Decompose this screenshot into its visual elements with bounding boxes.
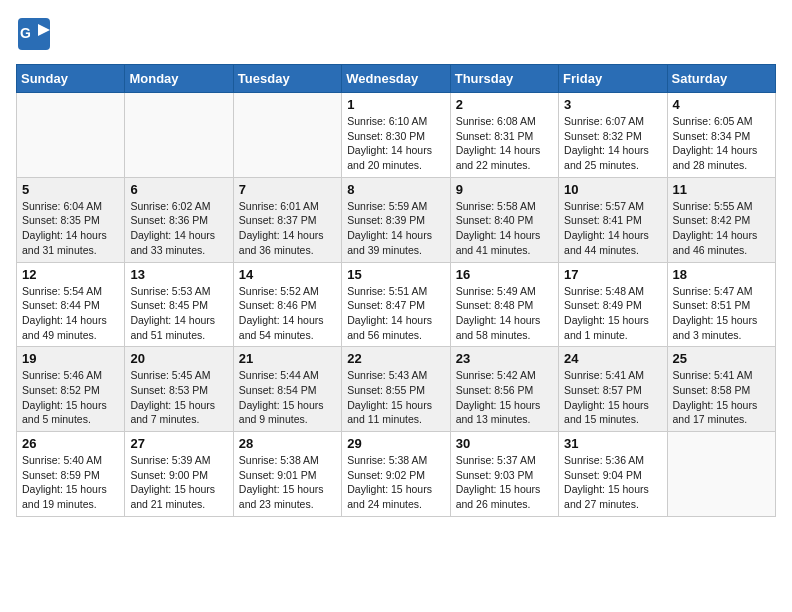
day-info: Sunrise: 5:40 AM Sunset: 8:59 PM Dayligh… [22, 453, 119, 512]
calendar-cell: 18Sunrise: 5:47 AM Sunset: 8:51 PM Dayli… [667, 262, 775, 347]
day-number: 2 [456, 97, 553, 112]
day-number: 24 [564, 351, 661, 366]
day-info: Sunrise: 5:51 AM Sunset: 8:47 PM Dayligh… [347, 284, 444, 343]
day-info: Sunrise: 6:08 AM Sunset: 8:31 PM Dayligh… [456, 114, 553, 173]
page-header: G [16, 16, 776, 52]
day-info: Sunrise: 5:36 AM Sunset: 9:04 PM Dayligh… [564, 453, 661, 512]
calendar-cell: 20Sunrise: 5:45 AM Sunset: 8:53 PM Dayli… [125, 347, 233, 432]
day-number: 4 [673, 97, 770, 112]
day-number: 6 [130, 182, 227, 197]
day-number: 20 [130, 351, 227, 366]
calendar-cell: 24Sunrise: 5:41 AM Sunset: 8:57 PM Dayli… [559, 347, 667, 432]
calendar-cell: 4Sunrise: 6:05 AM Sunset: 8:34 PM Daylig… [667, 93, 775, 178]
day-number: 29 [347, 436, 444, 451]
day-info: Sunrise: 5:37 AM Sunset: 9:03 PM Dayligh… [456, 453, 553, 512]
calendar-cell: 29Sunrise: 5:38 AM Sunset: 9:02 PM Dayli… [342, 432, 450, 517]
calendar-cell: 27Sunrise: 5:39 AM Sunset: 9:00 PM Dayli… [125, 432, 233, 517]
calendar-cell: 22Sunrise: 5:43 AM Sunset: 8:55 PM Dayli… [342, 347, 450, 432]
calendar-cell: 17Sunrise: 5:48 AM Sunset: 8:49 PM Dayli… [559, 262, 667, 347]
day-number: 19 [22, 351, 119, 366]
day-info: Sunrise: 5:55 AM Sunset: 8:42 PM Dayligh… [673, 199, 770, 258]
day-info: Sunrise: 5:46 AM Sunset: 8:52 PM Dayligh… [22, 368, 119, 427]
day-info: Sunrise: 6:01 AM Sunset: 8:37 PM Dayligh… [239, 199, 336, 258]
day-info: Sunrise: 5:41 AM Sunset: 8:57 PM Dayligh… [564, 368, 661, 427]
calendar-cell: 9Sunrise: 5:58 AM Sunset: 8:40 PM Daylig… [450, 177, 558, 262]
calendar-cell: 26Sunrise: 5:40 AM Sunset: 8:59 PM Dayli… [17, 432, 125, 517]
calendar-cell: 23Sunrise: 5:42 AM Sunset: 8:56 PM Dayli… [450, 347, 558, 432]
calendar-cell: 1Sunrise: 6:10 AM Sunset: 8:30 PM Daylig… [342, 93, 450, 178]
calendar-cell: 16Sunrise: 5:49 AM Sunset: 8:48 PM Dayli… [450, 262, 558, 347]
calendar-cell: 12Sunrise: 5:54 AM Sunset: 8:44 PM Dayli… [17, 262, 125, 347]
day-info: Sunrise: 5:57 AM Sunset: 8:41 PM Dayligh… [564, 199, 661, 258]
day-number: 26 [22, 436, 119, 451]
day-info: Sunrise: 5:43 AM Sunset: 8:55 PM Dayligh… [347, 368, 444, 427]
calendar-cell [125, 93, 233, 178]
day-number: 3 [564, 97, 661, 112]
day-number: 21 [239, 351, 336, 366]
logo-icon: G [16, 16, 52, 52]
day-info: Sunrise: 5:59 AM Sunset: 8:39 PM Dayligh… [347, 199, 444, 258]
day-info: Sunrise: 5:39 AM Sunset: 9:00 PM Dayligh… [130, 453, 227, 512]
calendar-header-row: SundayMondayTuesdayWednesdayThursdayFrid… [17, 65, 776, 93]
day-info: Sunrise: 5:54 AM Sunset: 8:44 PM Dayligh… [22, 284, 119, 343]
day-number: 14 [239, 267, 336, 282]
day-number: 1 [347, 97, 444, 112]
day-info: Sunrise: 5:41 AM Sunset: 8:58 PM Dayligh… [673, 368, 770, 427]
day-info: Sunrise: 5:44 AM Sunset: 8:54 PM Dayligh… [239, 368, 336, 427]
calendar-cell: 2Sunrise: 6:08 AM Sunset: 8:31 PM Daylig… [450, 93, 558, 178]
day-number: 28 [239, 436, 336, 451]
calendar-cell: 14Sunrise: 5:52 AM Sunset: 8:46 PM Dayli… [233, 262, 341, 347]
day-number: 27 [130, 436, 227, 451]
calendar-cell: 7Sunrise: 6:01 AM Sunset: 8:37 PM Daylig… [233, 177, 341, 262]
day-info: Sunrise: 5:38 AM Sunset: 9:02 PM Dayligh… [347, 453, 444, 512]
calendar-table: SundayMondayTuesdayWednesdayThursdayFrid… [16, 64, 776, 517]
calendar-week-3: 12Sunrise: 5:54 AM Sunset: 8:44 PM Dayli… [17, 262, 776, 347]
day-number: 18 [673, 267, 770, 282]
day-info: Sunrise: 5:48 AM Sunset: 8:49 PM Dayligh… [564, 284, 661, 343]
calendar-cell: 6Sunrise: 6:02 AM Sunset: 8:36 PM Daylig… [125, 177, 233, 262]
calendar-cell: 19Sunrise: 5:46 AM Sunset: 8:52 PM Dayli… [17, 347, 125, 432]
col-header-friday: Friday [559, 65, 667, 93]
calendar-cell: 8Sunrise: 5:59 AM Sunset: 8:39 PM Daylig… [342, 177, 450, 262]
calendar-week-4: 19Sunrise: 5:46 AM Sunset: 8:52 PM Dayli… [17, 347, 776, 432]
day-info: Sunrise: 6:07 AM Sunset: 8:32 PM Dayligh… [564, 114, 661, 173]
day-info: Sunrise: 5:38 AM Sunset: 9:01 PM Dayligh… [239, 453, 336, 512]
day-number: 7 [239, 182, 336, 197]
day-number: 15 [347, 267, 444, 282]
day-info: Sunrise: 5:53 AM Sunset: 8:45 PM Dayligh… [130, 284, 227, 343]
day-info: Sunrise: 5:49 AM Sunset: 8:48 PM Dayligh… [456, 284, 553, 343]
svg-text:G: G [20, 25, 31, 41]
day-number: 23 [456, 351, 553, 366]
calendar-cell: 3Sunrise: 6:07 AM Sunset: 8:32 PM Daylig… [559, 93, 667, 178]
col-header-wednesday: Wednesday [342, 65, 450, 93]
col-header-thursday: Thursday [450, 65, 558, 93]
col-header-tuesday: Tuesday [233, 65, 341, 93]
day-info: Sunrise: 6:05 AM Sunset: 8:34 PM Dayligh… [673, 114, 770, 173]
day-info: Sunrise: 5:42 AM Sunset: 8:56 PM Dayligh… [456, 368, 553, 427]
col-header-monday: Monday [125, 65, 233, 93]
day-number: 10 [564, 182, 661, 197]
calendar-cell: 13Sunrise: 5:53 AM Sunset: 8:45 PM Dayli… [125, 262, 233, 347]
calendar-week-2: 5Sunrise: 6:04 AM Sunset: 8:35 PM Daylig… [17, 177, 776, 262]
calendar-cell: 25Sunrise: 5:41 AM Sunset: 8:58 PM Dayli… [667, 347, 775, 432]
day-number: 25 [673, 351, 770, 366]
day-info: Sunrise: 6:02 AM Sunset: 8:36 PM Dayligh… [130, 199, 227, 258]
day-info: Sunrise: 5:58 AM Sunset: 8:40 PM Dayligh… [456, 199, 553, 258]
day-number: 9 [456, 182, 553, 197]
day-number: 17 [564, 267, 661, 282]
day-info: Sunrise: 5:47 AM Sunset: 8:51 PM Dayligh… [673, 284, 770, 343]
day-info: Sunrise: 6:10 AM Sunset: 8:30 PM Dayligh… [347, 114, 444, 173]
calendar-cell: 28Sunrise: 5:38 AM Sunset: 9:01 PM Dayli… [233, 432, 341, 517]
calendar-cell: 15Sunrise: 5:51 AM Sunset: 8:47 PM Dayli… [342, 262, 450, 347]
logo: G [16, 16, 54, 52]
calendar-cell: 30Sunrise: 5:37 AM Sunset: 9:03 PM Dayli… [450, 432, 558, 517]
calendar-cell: 11Sunrise: 5:55 AM Sunset: 8:42 PM Dayli… [667, 177, 775, 262]
day-info: Sunrise: 5:52 AM Sunset: 8:46 PM Dayligh… [239, 284, 336, 343]
calendar-cell: 10Sunrise: 5:57 AM Sunset: 8:41 PM Dayli… [559, 177, 667, 262]
day-number: 13 [130, 267, 227, 282]
calendar-cell: 31Sunrise: 5:36 AM Sunset: 9:04 PM Dayli… [559, 432, 667, 517]
day-number: 16 [456, 267, 553, 282]
calendar-cell: 21Sunrise: 5:44 AM Sunset: 8:54 PM Dayli… [233, 347, 341, 432]
calendar-cell [667, 432, 775, 517]
calendar-cell: 5Sunrise: 6:04 AM Sunset: 8:35 PM Daylig… [17, 177, 125, 262]
